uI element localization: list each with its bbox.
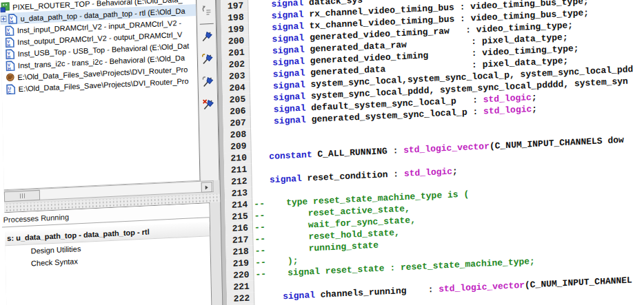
bookmark-next-flag-icon[interactable] <box>201 75 214 88</box>
line-number: 201 <box>222 46 250 59</box>
vhdl-file-icon: VH <box>5 36 14 48</box>
line-number: 218 <box>226 245 254 258</box>
line-number: 204 <box>223 81 250 94</box>
ucf-file-icon: UC <box>6 83 16 95</box>
line-number: 220 <box>226 269 254 282</box>
bookmark-flag-icon[interactable] <box>201 30 213 43</box>
scrollbar-thumb[interactable] <box>4 190 40 202</box>
line-number: 211 <box>224 163 252 176</box>
vhdl-file-icon: VH <box>6 60 15 72</box>
application-window: PIXEL_ROUTER_TOP - Behavioral (E:\Old_Da… <box>0 0 644 305</box>
line-number: 205 <box>223 93 250 106</box>
line-number: 200 <box>221 34 249 48</box>
line-number: 213 <box>225 187 252 200</box>
screenshot-viewport: PIXEL_ROUTER_TOP - Behavioral (E:\Old_Da… <box>0 0 644 305</box>
line-number: 222 <box>227 292 254 305</box>
line-number: 207 <box>223 116 251 129</box>
line-number: 198 <box>221 11 248 24</box>
design-hierarchy-panel[interactable]: PIXEL_ROUTER_TOP - Behavioral (E:\Old_Da… <box>0 0 201 190</box>
line-number: 202 <box>222 58 250 71</box>
line-number: 221 <box>227 280 254 293</box>
top-module-icon <box>0 2 10 13</box>
svg-text:C: C <box>8 90 12 94</box>
line-number: 217 <box>225 233 253 246</box>
line-number: 215 <box>225 210 253 223</box>
line-number: 214 <box>225 198 252 211</box>
line-number: 210 <box>224 151 252 165</box>
svg-text:H: H <box>10 19 13 23</box>
svg-text:H: H <box>7 43 10 47</box>
line-number: 197 <box>221 0 248 12</box>
line-number: 203 <box>222 70 250 83</box>
svg-text:H: H <box>7 31 10 35</box>
toolbar-separator <box>200 23 214 25</box>
line-number: 208 <box>223 128 251 141</box>
line-number: 216 <box>225 222 253 235</box>
undo-icon[interactable] <box>200 4 212 17</box>
code-editor[interactable]: 196197 signal datack_sys : std_logic;198… <box>221 0 644 305</box>
line-number: 219 <box>226 257 254 270</box>
core-gen-icon <box>6 72 14 82</box>
bookmark-prev-flag-icon[interactable] <box>201 52 214 65</box>
processes-panel: Processes Running s: u_data_path_top - d… <box>4 202 212 305</box>
line-number: 206 <box>223 105 250 118</box>
vhdl-file-icon: VH <box>5 48 14 60</box>
svg-text:H: H <box>8 54 10 59</box>
line-number: 212 <box>224 175 252 188</box>
plus-expander-icon[interactable] <box>0 16 6 22</box>
vhdl-file-icon: VH <box>5 25 14 36</box>
scrollbar-right-arrow-icon[interactable] <box>201 182 212 193</box>
svg-text:H: H <box>8 66 10 70</box>
vhdl-file-icon: VH <box>8 13 17 25</box>
line-number: 209 <box>223 140 251 153</box>
bookmark-clear-flag-icon[interactable] <box>202 98 214 111</box>
line-number: 199 <box>221 23 249 36</box>
